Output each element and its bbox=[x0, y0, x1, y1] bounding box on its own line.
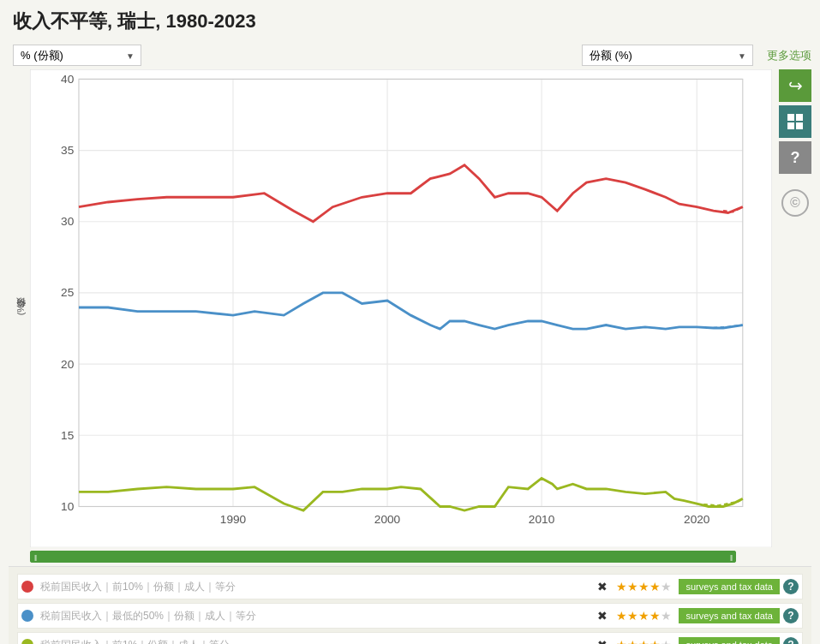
svg-text:10: 10 bbox=[61, 500, 75, 513]
svg-text:35: 35 bbox=[61, 144, 75, 157]
scroll-handle-left[interactable] bbox=[30, 551, 40, 563]
legend-color-3 bbox=[21, 639, 33, 644]
legend-help-2[interactable]: ? bbox=[783, 608, 799, 623]
legend-help-1[interactable]: ? bbox=[783, 579, 799, 594]
svg-text:1990: 1990 bbox=[220, 513, 247, 526]
stars-3: ★ ★ ★ ★ ★ bbox=[616, 638, 672, 644]
svg-text:2010: 2010 bbox=[529, 513, 555, 526]
legend-text-2: 税前国民收入｜最低的50%｜份额｜成人｜等分 bbox=[39, 609, 594, 623]
scroll-bar-area bbox=[30, 551, 811, 563]
legend-close-1[interactable]: ✖ bbox=[597, 580, 608, 593]
legend-area: 税前国民收入｜前10%｜份额｜成人｜等分 ✖ ★ ★ ★ ★ ★ surveys… bbox=[9, 566, 811, 644]
scroll-thumb bbox=[30, 551, 736, 563]
data-source-btn-3[interactable]: surveys and tax data bbox=[679, 637, 780, 644]
legend-row-1: 税前国民收入｜前10%｜份额｜成人｜等分 ✖ ★ ★ ★ ★ ★ surveys… bbox=[17, 574, 803, 599]
legend-row-3: 税前国民收入｜前1%｜份额｜成人｜等分 ✖ ★ ★ ★ ★ ★ surveys … bbox=[17, 632, 803, 644]
svg-rect-27 bbox=[796, 122, 803, 129]
legend-text-3: 税前国民收入｜前1%｜份额｜成人｜等分 bbox=[39, 638, 594, 644]
share-button[interactable]: ↪ bbox=[779, 69, 811, 102]
y-axis-label: 份额(%) bbox=[13, 69, 28, 547]
scroll-track[interactable] bbox=[30, 551, 736, 563]
legend-close-2[interactable]: ✖ bbox=[597, 609, 608, 623]
table-button[interactable] bbox=[779, 105, 811, 138]
chart-svg: 40 35 30 25 20 15 10 1990 2000 2010 2020 bbox=[30, 69, 772, 547]
svg-text:40: 40 bbox=[61, 73, 75, 86]
svg-rect-24 bbox=[787, 114, 794, 121]
svg-rect-25 bbox=[796, 114, 803, 121]
toolbar-buttons: ↪ ? © bbox=[779, 69, 811, 547]
data-source-btn-1[interactable]: surveys and tax data bbox=[679, 579, 780, 594]
svg-text:2020: 2020 bbox=[684, 513, 710, 526]
chart-title: 收入不平等, 瑞士, 1980-2023 bbox=[9, 9, 811, 34]
svg-rect-26 bbox=[787, 122, 794, 129]
data-source-btn-2[interactable]: surveys and tax data bbox=[679, 608, 780, 623]
legend-color-2 bbox=[21, 610, 33, 622]
svg-text:30: 30 bbox=[61, 215, 75, 228]
legend-close-3[interactable]: ✖ bbox=[597, 638, 608, 644]
svg-text:20: 20 bbox=[61, 358, 75, 371]
y-axis-dropdown-wrapper: % (份额) bbox=[13, 45, 141, 66]
help-button[interactable]: ? bbox=[779, 141, 811, 174]
more-options-link[interactable]: 更多选项 bbox=[767, 48, 811, 63]
measure-dropdown-wrapper: 份额 (%) bbox=[582, 45, 753, 66]
stars-2: ★ ★ ★ ★ ★ bbox=[616, 609, 672, 623]
stars-1: ★ ★ ★ ★ ★ bbox=[616, 580, 672, 593]
cc-icon: © bbox=[781, 189, 809, 217]
y-axis-dropdown[interactable]: % (份额) bbox=[13, 45, 141, 66]
svg-text:15: 15 bbox=[61, 429, 75, 442]
scroll-handle-right[interactable] bbox=[726, 551, 736, 563]
legend-color-1 bbox=[21, 581, 33, 593]
legend-row-2: 税前国民收入｜最低的50%｜份额｜成人｜等分 ✖ ★ ★ ★ ★ ★ surve… bbox=[17, 603, 803, 629]
svg-text:2000: 2000 bbox=[374, 513, 401, 526]
svg-text:25: 25 bbox=[61, 286, 75, 299]
legend-text-1: 税前国民收入｜前10%｜份额｜成人｜等分 bbox=[39, 580, 594, 594]
measure-dropdown[interactable]: 份额 (%) bbox=[582, 45, 753, 66]
legend-help-3[interactable]: ? bbox=[783, 637, 799, 644]
